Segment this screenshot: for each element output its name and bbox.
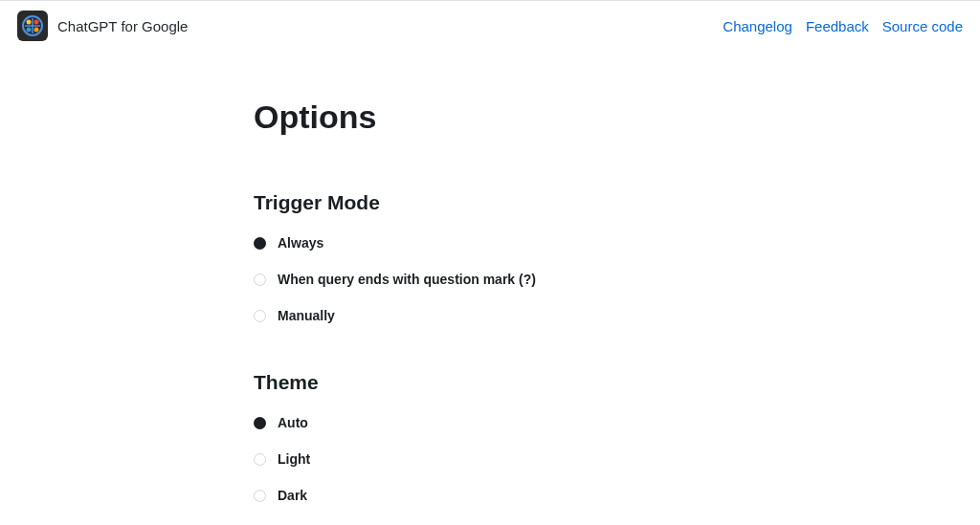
feedback-link[interactable]: Feedback [806, 18, 869, 34]
radio-option-always[interactable]: Always [254, 235, 732, 251]
radio-label: When query ends with question mark (?) [278, 272, 536, 287]
theme-title: Theme [254, 371, 732, 394]
trigger-mode-radio-group: Always When query ends with question mar… [254, 235, 732, 323]
svg-point-2 [34, 20, 39, 25]
section-theme: Theme Auto Light Dark [254, 371, 732, 503]
app-title: ChatGPT for Google [57, 18, 188, 34]
header-left: ChatGPT for Google [17, 11, 188, 41]
radio-icon [254, 310, 266, 322]
radio-icon [254, 273, 266, 286]
trigger-mode-title: Trigger Mode [254, 191, 732, 214]
svg-point-4 [34, 28, 39, 33]
radio-label: Manually [278, 308, 335, 323]
svg-point-3 [27, 28, 32, 33]
header: ChatGPT for Google Changelog Feedback So… [0, 0, 980, 51]
radio-option-light[interactable]: Light [254, 451, 732, 467]
header-links: Changelog Feedback Source code [723, 18, 963, 34]
radio-icon [254, 490, 266, 502]
radio-option-manually[interactable]: Manually [254, 308, 732, 323]
radio-option-question[interactable]: When query ends with question mark (?) [254, 272, 732, 287]
theme-radio-group: Auto Light Dark [254, 415, 732, 503]
radio-icon [254, 417, 266, 429]
changelog-link[interactable]: Changelog [723, 18, 792, 34]
radio-option-auto[interactable]: Auto [254, 415, 732, 430]
svg-point-1 [27, 20, 32, 25]
radio-label: Light [278, 451, 310, 467]
radio-icon [254, 453, 266, 466]
radio-icon [254, 237, 266, 250]
radio-option-dark[interactable]: Dark [254, 488, 732, 503]
radio-label: Dark [278, 488, 307, 503]
radio-label: Auto [278, 415, 308, 430]
page-title: Options [254, 98, 732, 136]
app-logo-icon [17, 11, 48, 41]
source-code-link[interactable]: Source code [882, 18, 963, 34]
main-content: Options Trigger Mode Always When query e… [254, 51, 732, 503]
section-trigger-mode: Trigger Mode Always When query ends with… [254, 191, 732, 323]
radio-label: Always [278, 235, 323, 251]
